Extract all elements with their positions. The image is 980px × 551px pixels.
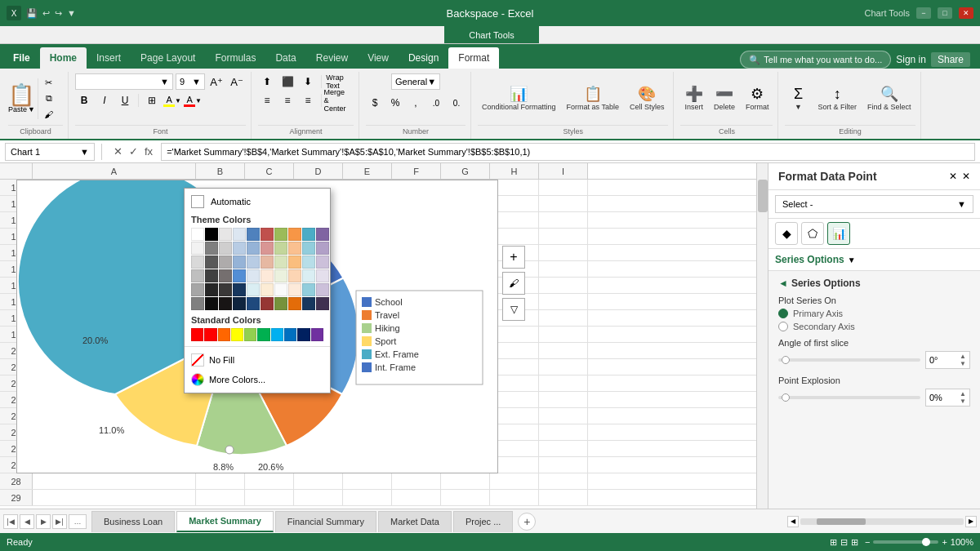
color-swatch[interactable] xyxy=(233,269,246,282)
delete-button[interactable]: ➖ Delete xyxy=(710,84,739,113)
sheet-scrollbar-thumb[interactable] xyxy=(817,518,866,525)
color-swatch[interactable] xyxy=(288,256,301,269)
color-swatch[interactable] xyxy=(316,269,329,282)
color-swatch[interactable] xyxy=(274,269,287,282)
color-swatch[interactable] xyxy=(191,283,204,296)
cancel-formula-button[interactable]: ✕ xyxy=(114,145,122,158)
color-swatch[interactable] xyxy=(233,228,246,241)
sheet-scroll-left[interactable]: ◀ xyxy=(787,516,799,527)
zoom-in-button[interactable]: + xyxy=(942,537,947,547)
wrap-text-button[interactable]: Wrap Text xyxy=(326,73,344,90)
color-swatch[interactable] xyxy=(191,269,204,282)
color-swatch[interactable] xyxy=(247,228,260,241)
primary-axis-radio[interactable] xyxy=(778,309,788,318)
cell-a29[interactable] xyxy=(33,490,196,505)
explosion-up-arrow[interactable]: ▲ xyxy=(960,390,966,398)
standard-color-swatch[interactable] xyxy=(244,328,256,341)
font-size-selector[interactable]: 9 ▼ xyxy=(176,73,205,90)
color-swatch[interactable] xyxy=(219,283,232,296)
fill-color-arrow[interactable]: ▼ xyxy=(175,97,181,104)
tab-design[interactable]: Design xyxy=(399,47,448,69)
decrease-font-button[interactable]: A⁻ xyxy=(228,73,246,90)
cell-i10[interactable] xyxy=(539,180,588,195)
sheet-scroll-right[interactable]: ▶ xyxy=(965,516,977,527)
bold-button[interactable]: B xyxy=(75,92,93,109)
merge-center-button[interactable]: Merge & Center xyxy=(326,92,344,109)
comma-button[interactable]: , xyxy=(407,95,425,111)
standard-color-swatch[interactable] xyxy=(297,328,310,341)
color-swatch[interactable] xyxy=(261,256,274,269)
standard-color-swatch[interactable] xyxy=(257,328,270,341)
color-swatch[interactable] xyxy=(316,283,329,296)
color-swatch[interactable] xyxy=(261,283,274,296)
series-select[interactable]: Select - ▼ xyxy=(775,195,973,213)
format-button[interactable]: ⚙ Format xyxy=(742,84,773,113)
align-bottom-button[interactable]: ⬇ xyxy=(299,73,317,90)
color-swatch[interactable] xyxy=(288,242,301,255)
zoom-thumb[interactable] xyxy=(922,538,930,546)
color-swatch[interactable] xyxy=(205,228,218,241)
color-swatch[interactable] xyxy=(247,297,260,310)
color-swatch[interactable] xyxy=(274,242,287,255)
color-swatch[interactable] xyxy=(261,297,274,310)
cell-i28[interactable] xyxy=(539,473,588,489)
underline-button[interactable]: U xyxy=(116,92,134,109)
cell-i16[interactable] xyxy=(539,278,588,293)
standard-color-swatch[interactable] xyxy=(218,328,230,341)
cell-i23[interactable] xyxy=(539,392,588,407)
color-swatch[interactable] xyxy=(219,242,232,255)
cell-i21[interactable] xyxy=(539,359,588,375)
color-swatch[interactable] xyxy=(233,242,246,255)
standard-color-swatch[interactable] xyxy=(311,328,323,341)
angle-value-box[interactable]: 0° ▲ ▼ xyxy=(925,351,970,369)
color-swatch[interactable] xyxy=(219,256,232,269)
paste-button[interactable]: 📋 Paste ▼ xyxy=(8,84,35,113)
cell-b28[interactable] xyxy=(196,473,245,489)
standard-color-swatch[interactable] xyxy=(271,328,283,341)
color-swatch[interactable] xyxy=(302,269,315,282)
color-swatch[interactable] xyxy=(316,256,329,269)
function-button[interactable]: fx xyxy=(145,145,153,158)
no-fill-option[interactable]: No Fill xyxy=(185,350,330,370)
sum-button[interactable]: Σ ▼ xyxy=(785,84,811,113)
cell-c29[interactable] xyxy=(245,490,294,505)
close-button[interactable]: ✕ xyxy=(959,7,973,19)
cell-b29[interactable] xyxy=(196,490,245,505)
standard-color-swatch[interactable] xyxy=(284,328,296,341)
border-tab-icon[interactable]: ⬠ xyxy=(801,222,824,245)
color-swatch[interactable] xyxy=(274,297,287,310)
cell-i29[interactable] xyxy=(539,490,588,505)
sheet-tab[interactable]: Market Data xyxy=(378,511,452,532)
cell-g28[interactable] xyxy=(441,473,490,489)
color-swatch[interactable] xyxy=(205,297,218,310)
cell-i18[interactable] xyxy=(539,310,588,326)
chart-filter-button[interactable]: ▽ xyxy=(502,298,525,321)
cell-i19[interactable] xyxy=(539,327,588,342)
cell-i27[interactable] xyxy=(539,457,588,473)
find-select-button[interactable]: 🔍 Find & Select xyxy=(863,84,915,113)
font-color-arrow[interactable]: ▼ xyxy=(195,97,202,104)
color-swatch[interactable] xyxy=(233,297,246,310)
cell-i22[interactable] xyxy=(539,375,588,391)
color-swatch[interactable] xyxy=(247,242,260,255)
sheet-scrollbar[interactable] xyxy=(800,518,964,525)
color-swatch[interactable] xyxy=(247,283,260,296)
color-swatch[interactable] xyxy=(219,228,232,241)
tab-format[interactable]: Format xyxy=(448,47,499,69)
format-panel-close[interactable]: ✕ xyxy=(962,171,970,182)
angle-down-arrow[interactable]: ▼ xyxy=(960,360,966,367)
explosion-thumb[interactable] xyxy=(782,393,790,402)
view-break-icon[interactable]: ⊞ xyxy=(851,537,858,548)
color-swatch[interactable] xyxy=(302,297,315,310)
border-button[interactable]: ⊞ xyxy=(143,92,161,109)
tab-formulas[interactable]: Formulas xyxy=(205,47,265,69)
cell-i17[interactable] xyxy=(539,294,588,309)
cell-e29[interactable] xyxy=(343,490,392,505)
share-button[interactable]: Share xyxy=(931,52,970,67)
sheet-tab[interactable]: Projec ... xyxy=(453,511,513,532)
cell-i24[interactable] xyxy=(539,408,588,424)
explosion-slider[interactable] xyxy=(778,396,920,399)
color-swatch[interactable] xyxy=(288,269,301,282)
color-swatch[interactable] xyxy=(191,242,204,255)
color-swatch[interactable] xyxy=(191,228,204,241)
